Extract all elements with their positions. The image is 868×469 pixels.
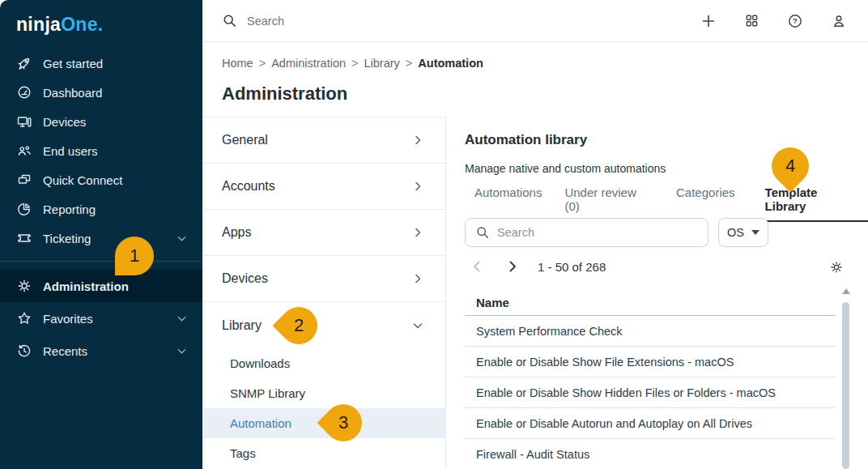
rocket-icon: [16, 55, 32, 71]
submenu-item-label: Tags: [230, 446, 256, 460]
menu-item-devices[interactable]: Devices: [202, 256, 445, 302]
topbar-actions: ?: [700, 13, 847, 29]
sidebar-item-label: Ticketing: [43, 232, 91, 245]
logo-text-ninja: ninja: [16, 14, 61, 36]
pagination: 1 - 50 of 268: [470, 259, 606, 274]
tab-categories[interactable]: Categories: [676, 185, 735, 222]
ticketing-icon: [16, 230, 32, 246]
reporting-pie-icon: [16, 201, 32, 217]
callout-number: 1: [130, 245, 139, 266]
menu-item-library[interactable]: Library: [202, 302, 445, 348]
callout-pin-1: 1: [115, 237, 154, 275]
tab-automations[interactable]: Automations: [474, 185, 542, 222]
scrollbar-thumb[interactable]: [842, 302, 849, 469]
table-scrollbar[interactable]: [842, 288, 850, 469]
chevron-down-icon: [176, 313, 188, 325]
next-page-icon[interactable]: [505, 259, 520, 274]
breadcrumb-separator: >: [351, 57, 358, 70]
callout-number: 2: [294, 315, 304, 336]
os-filter-dropdown[interactable]: OS: [718, 218, 768, 247]
tab-under-review[interactable]: Under review (0): [564, 185, 653, 222]
library-search-input[interactable]: [497, 226, 698, 239]
sidebar-item-devices[interactable]: Devices: [0, 107, 202, 136]
submenu-item-label: SNMP Library: [230, 386, 305, 400]
sidebar-item-dashboard[interactable]: Dashboard: [0, 78, 202, 107]
panel-subtitle: Manage native and custom automations: [465, 162, 666, 175]
table-row[interactable]: System Performance Check: [465, 316, 836, 347]
sidebar-item-favorites[interactable]: Favorites: [0, 302, 202, 335]
sidebar-item-recents[interactable]: Recents: [0, 335, 202, 367]
chevron-right-icon: [411, 272, 424, 285]
menu-item-apps[interactable]: Apps: [202, 210, 445, 256]
library-search[interactable]: [465, 218, 708, 247]
callout-number: 4: [785, 156, 795, 177]
previous-page-icon[interactable]: [470, 259, 484, 274]
pagination-range: 1 - 50 of 268: [538, 260, 606, 274]
end-users-icon: [16, 143, 32, 159]
menu-item-label: Devices: [222, 271, 268, 286]
submenu-item-label: Downloads: [230, 356, 290, 370]
breadcrumb-separator: >: [259, 57, 266, 70]
gauge-icon: [16, 84, 32, 100]
help-icon[interactable]: ?: [787, 13, 803, 29]
menu-item-label: General: [222, 133, 268, 147]
chevron-down-icon: [176, 232, 188, 245]
sidebar-item-quick-connect[interactable]: Quick Connect: [0, 165, 202, 194]
sidebar-item-label: End users: [43, 144, 98, 158]
apps-grid-icon[interactable]: [744, 13, 760, 28]
table-row[interactable]: Enable or Disable Show Hidden Files or F…: [465, 377, 836, 408]
submenu-item-tags[interactable]: Tags: [202, 438, 445, 468]
breadcrumb-home[interactable]: Home: [222, 57, 253, 70]
breadcrumb: Home > Administration > Library > Automa…: [222, 57, 483, 70]
sidebar-item-label: Favorites: [43, 312, 93, 326]
os-filter-label: OS: [727, 226, 744, 239]
sidebar-item-label: Devices: [43, 115, 86, 129]
breadcrumb-administration[interactable]: Administration: [271, 57, 346, 70]
user-icon[interactable]: [831, 13, 847, 29]
caret-down-icon: [751, 230, 760, 235]
breadcrumb-library[interactable]: Library: [364, 57, 400, 70]
chevron-down-icon: [411, 319, 424, 332]
sidebar-divider: [0, 261, 202, 262]
menu-item-accounts[interactable]: Accounts: [202, 164, 445, 210]
sidebar-item-reporting[interactable]: Reporting: [0, 194, 202, 224]
sidebar-item-label: Administration: [43, 279, 129, 293]
sidebar-item-end-users[interactable]: End users: [0, 136, 202, 165]
breadcrumb-separator: >: [406, 57, 412, 70]
tab-template-library[interactable]: Template Library: [758, 185, 868, 222]
chevron-down-icon: [176, 345, 188, 357]
submenu-item-downloads[interactable]: Downloads: [202, 348, 445, 378]
chevron-right-icon: [411, 180, 424, 193]
breadcrumb-current: Automation: [418, 57, 483, 70]
sidebar-item-label: Dashboard: [43, 86, 102, 100]
automation-table: Name System Performance Check Enable or …: [465, 290, 836, 469]
sidebar-item-label: Get started: [43, 57, 103, 70]
topbar: ?: [202, 0, 868, 42]
table-row[interactable]: Enable or Disable Show File Extensions -…: [465, 347, 836, 377]
panel-title: Automation library: [465, 132, 587, 148]
table-settings-gear-icon[interactable]: [829, 260, 844, 275]
sidebar-item-get-started[interactable]: Get started: [0, 49, 202, 78]
callout-number: 3: [338, 412, 348, 433]
submenu-item-snmp-library[interactable]: SNMP Library: [202, 378, 445, 408]
submenu-item-label: Automation: [230, 416, 291, 430]
sidebar-item-ticketing[interactable]: Ticketing: [0, 224, 202, 253]
table-row[interactable]: Enable or Disable Autorun and Autoplay o…: [465, 408, 836, 439]
star-icon: [16, 310, 32, 326]
callout-pin-4: 4: [764, 139, 816, 192]
scroll-up-arrow-icon[interactable]: [842, 288, 850, 294]
sidebar-item-label: Quick Connect: [43, 173, 122, 187]
menu-item-label: Library: [222, 318, 262, 333]
gear-icon: [16, 278, 32, 294]
svg-text:?: ?: [793, 16, 798, 25]
table-row[interactable]: Firewall - Audit Status: [465, 439, 836, 469]
global-search[interactable]: [222, 13, 700, 28]
plus-icon[interactable]: [700, 13, 717, 29]
search-icon: [222, 13, 237, 28]
global-search-input[interactable]: [247, 15, 490, 28]
menu-item-general[interactable]: General: [202, 117, 445, 164]
sidebar-item-administration[interactable]: Administration: [0, 270, 202, 302]
logo-text-one: One.: [61, 14, 103, 36]
ninjaone-logo: ninjaOne.: [0, 0, 202, 49]
quick-connect-icon: [16, 172, 32, 188]
